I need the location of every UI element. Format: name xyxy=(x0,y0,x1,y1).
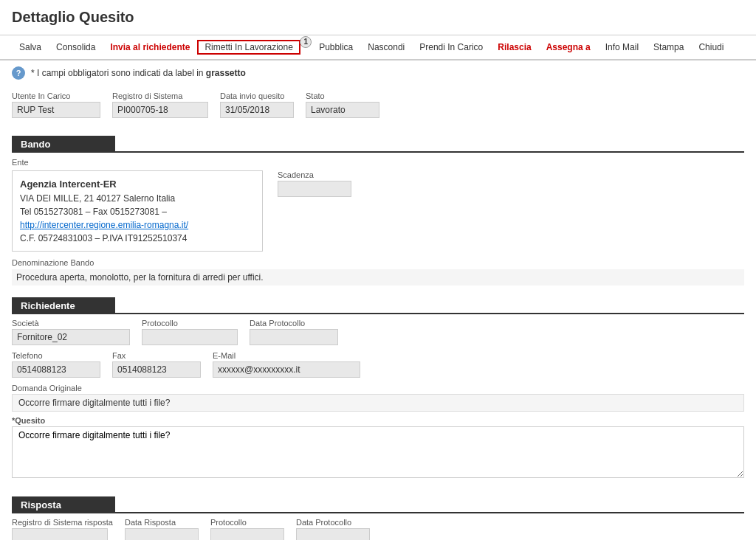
risposta-data-protocollo-value xyxy=(296,528,370,541)
pubblica-button[interactable]: Pubblica xyxy=(312,40,360,55)
risposta-protocollo-group: Protocollo xyxy=(210,518,284,541)
data-invio-group: Data invio quesito 31/05/2018 xyxy=(220,91,294,118)
info-icon: ? xyxy=(12,66,25,80)
richiedente-row1: Società Fornitore_02 Protocollo Data Pro… xyxy=(12,319,744,345)
toolbar: Salva Consolida Invia al richiedente Rim… xyxy=(0,35,756,60)
telefono-value: 0514088123 xyxy=(12,361,100,378)
richiedente-section: Richiedente Società Fornitore_02 Protoco… xyxy=(0,291,756,491)
stato-value: Lavorato xyxy=(306,102,379,118)
ente-cf: C.F. 05724831003 – P.IVA IT91252510374 xyxy=(20,232,255,245)
risposta-section-label: Risposta xyxy=(12,496,115,513)
registro-sistema-label: Registro di Sistema xyxy=(112,91,208,100)
registro-risposta-label: Registro di Sistema risposta xyxy=(12,518,113,527)
page-title: Dettaglio Quesito xyxy=(12,9,744,26)
domanda-value: Occorre firmare digitalmente tutti i fil… xyxy=(12,394,744,412)
risposta-protocollo-value xyxy=(210,528,284,541)
info-note: ? * I campi obbligatori sono indicati da… xyxy=(0,60,756,86)
top-fields-section: Utente In Carico RUP Test Registro di Si… xyxy=(0,86,756,130)
rimetti-lavorazione-button[interactable]: Rimetti In Lavorazione xyxy=(197,40,300,55)
bando-section-bar: Bando xyxy=(12,136,744,153)
risposta-data-protocollo-label: Data Protocollo xyxy=(296,518,370,527)
data-risposta-value xyxy=(125,528,199,541)
chiudi-button[interactable]: Chiudi xyxy=(691,40,731,55)
data-protocollo-label: Data Protocollo xyxy=(250,319,338,328)
rilascia-button[interactable]: Rilascia xyxy=(490,40,538,55)
risposta-data-protocollo-group: Data Protocollo xyxy=(296,518,370,541)
ente-box: Agenzia Intercent-ER VIA DEI MILLE, 21 4… xyxy=(12,170,263,252)
telefono-group: Telefono 0514088123 xyxy=(12,351,100,378)
scadenza-value xyxy=(278,181,351,197)
assegna-a-button[interactable]: Assegna a xyxy=(539,40,598,55)
bando-section: Bando Ente Agenzia Intercent-ER VIA DEI … xyxy=(0,130,756,291)
quesito-label: *Quesito xyxy=(12,416,744,425)
fax-value: 0514088123 xyxy=(112,361,201,378)
email-value: xxxxxx@xxxxxxxxx.it xyxy=(213,361,360,378)
data-protocollo-value xyxy=(250,329,338,345)
quesito-group: *Quesito xyxy=(12,416,744,480)
richiedente-section-bar: Richiedente xyxy=(12,297,744,314)
stato-group: Stato Lavorato xyxy=(306,91,379,118)
ente-tel-row: Tel 0515273081 – Fax 0515273081 – http:/… xyxy=(20,205,255,232)
richiedente-section-line xyxy=(115,313,744,314)
info-text: * I campi obbligatori sono indicati da l… xyxy=(31,68,246,78)
fax-label: Fax xyxy=(112,351,201,360)
ente-name: Agenzia Intercent-ER xyxy=(20,177,255,192)
data-risposta-label: Data Risposta xyxy=(125,518,199,527)
tooltip-badge: 1 xyxy=(300,36,312,48)
risposta-section-bar: Risposta xyxy=(12,496,744,513)
societa-label: Società xyxy=(12,319,130,328)
registro-risposta-group: Registro di Sistema risposta xyxy=(12,518,113,541)
bando-section-label: Bando xyxy=(12,136,115,153)
protocollo-group: Protocollo xyxy=(142,319,238,345)
nascondi-button[interactable]: Nascondi xyxy=(360,40,412,55)
ente-label: Ente xyxy=(12,158,29,167)
quesito-textarea[interactable] xyxy=(12,426,744,478)
fax-group: Fax 0514088123 xyxy=(112,351,201,378)
prendi-carico-button[interactable]: Prendi In Carico xyxy=(412,40,490,55)
consolida-button[interactable]: Consolida xyxy=(49,40,103,55)
richiedente-section-label: Richiedente xyxy=(12,297,115,314)
data-invio-label: Data invio quesito xyxy=(220,91,294,100)
utente-in-carico-group: Utente In Carico RUP Test xyxy=(12,91,100,118)
salva-button[interactable]: Salva xyxy=(12,40,49,55)
stato-label: Stato xyxy=(306,91,379,100)
ente-link[interactable]: http://intercenter.regione.emilia-romagn… xyxy=(20,220,188,230)
richiedente-row2: Telefono 0514088123 Fax 0514088123 E-Mai… xyxy=(12,351,744,378)
protocollo-value xyxy=(142,329,238,345)
risposta-protocollo-label: Protocollo xyxy=(210,518,284,527)
top-fields-row: Utente In Carico RUP Test Registro di Si… xyxy=(12,91,744,118)
scadenza-label: Scadenza xyxy=(278,170,351,179)
risposta-section-line xyxy=(115,512,744,513)
societa-group: Società Fornitore_02 xyxy=(12,319,130,345)
risposta-row1: Registro di Sistema risposta Data Rispos… xyxy=(12,518,744,541)
risposta-section: Risposta Registro di Sistema risposta Da… xyxy=(0,491,756,541)
data-risposta-group: Data Risposta xyxy=(125,518,199,541)
utente-in-carico-label: Utente In Carico xyxy=(12,91,100,100)
bando-ente-row: Agenzia Intercent-ER VIA DEI MILLE, 21 4… xyxy=(12,170,744,252)
denominazione-value: Procedura aperta, monolotto, per la forn… xyxy=(12,269,744,285)
protocollo-label: Protocollo xyxy=(142,319,238,328)
email-group: E-Mail xxxxxx@xxxxxxxxx.it xyxy=(213,351,360,378)
stampa-button[interactable]: Stampa xyxy=(646,40,691,55)
telefono-label: Telefono xyxy=(12,351,100,360)
denominazione-label: Denominazione Bando xyxy=(12,258,94,267)
badge-circle: 1 xyxy=(300,36,312,48)
utente-in-carico-value: RUP Test xyxy=(12,102,100,118)
page-container: Dettaglio Quesito Salva Consolida Invia … xyxy=(0,0,756,540)
ente-tel: Tel 0515273081 – Fax 0515273081 – xyxy=(20,207,167,217)
domanda-label: Domanda Originale xyxy=(12,384,744,392)
domanda-group: Domanda Originale Occorre firmare digita… xyxy=(12,384,744,412)
societa-value: Fornitore_02 xyxy=(12,329,130,345)
invia-richiedente-button[interactable]: Invia al richiedente xyxy=(103,40,197,55)
ente-address: VIA DEI MILLE, 21 40127 Salerno Italia xyxy=(20,192,255,205)
registro-risposta-value xyxy=(12,528,108,541)
info-mail-button[interactable]: Info Mail xyxy=(598,40,646,55)
page-header: Dettaglio Quesito xyxy=(0,0,756,35)
registro-sistema-group: Registro di Sistema PI000705-18 xyxy=(112,91,208,118)
data-protocollo-group: Data Protocollo xyxy=(250,319,338,345)
data-invio-value: 31/05/2018 xyxy=(220,102,294,118)
email-label: E-Mail xyxy=(213,351,360,360)
scadenza-group: Scadenza xyxy=(278,170,351,197)
registro-sistema-value: PI000705-18 xyxy=(112,102,208,118)
bando-section-line xyxy=(115,151,744,153)
